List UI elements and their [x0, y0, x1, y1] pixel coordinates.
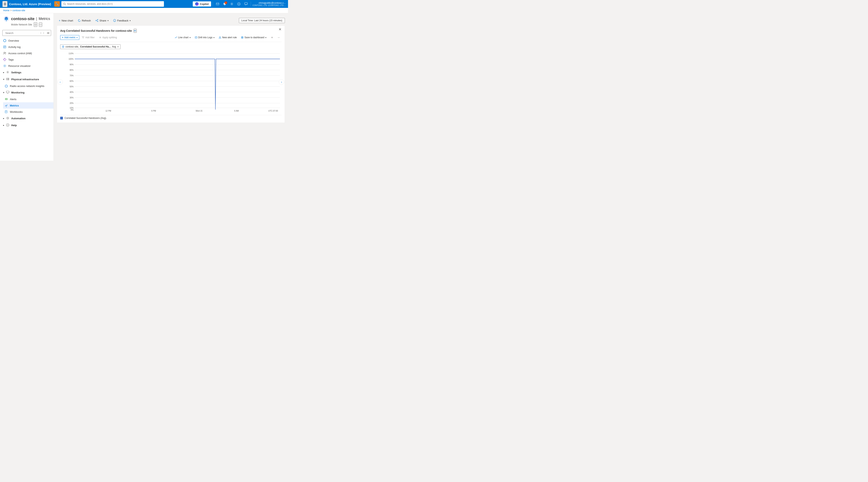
- breadcrumb-current[interactable]: contoso-site: [12, 9, 25, 12]
- chart-settings-button[interactable]: [269, 35, 275, 40]
- alerts-icon: [5, 98, 8, 101]
- sidebar-item-physical-infrastructure[interactable]: ▾ Physical infrastructure: [0, 76, 54, 83]
- chat-icon: [244, 2, 248, 5]
- remove-metric-button[interactable]: ×: [117, 45, 119, 48]
- line-chart-icon: [175, 36, 177, 39]
- global-search-input[interactable]: [67, 3, 162, 5]
- search-icon: [63, 3, 66, 5]
- feedback-label: Feedback: [117, 19, 128, 22]
- sidebar-label-help: Help: [11, 124, 17, 127]
- chart-type-button[interactable]: Line chart ▾: [173, 35, 192, 40]
- sidebar-item-workbooks[interactable]: Workbooks: [3, 108, 54, 115]
- share-button[interactable]: Share ▾: [94, 18, 111, 23]
- more-options-button[interactable]: ···: [39, 23, 42, 27]
- content-toolbar: + New chart Refresh Share ▾ Feedback ▾: [57, 17, 285, 26]
- svg-point-62: [63, 46, 64, 47]
- sidebar-label-overview: Overview: [8, 39, 19, 42]
- sidebar-item-automation[interactable]: ▸ Automation: [0, 115, 54, 122]
- chart-nav-left-button[interactable]: ‹: [57, 79, 63, 85]
- save-dashboard-label: Save to dashboard: [244, 36, 265, 39]
- feedback-button[interactable]: Feedback ▾: [111, 18, 132, 23]
- sidebar-collapse-button[interactable]: ≪: [46, 31, 51, 35]
- breadcrumb-home[interactable]: Home: [3, 9, 9, 12]
- question-icon: ?: [6, 123, 9, 127]
- svg-text:20%: 20%: [70, 102, 73, 104]
- sidebar-label-resource-visualizer: Resource visualizer: [8, 64, 31, 67]
- sidebar-item-overview[interactable]: Overview: [0, 37, 54, 44]
- svg-rect-6: [245, 3, 247, 4]
- search-prev-button[interactable]: ‹: [40, 31, 42, 35]
- automation-icon: [6, 117, 9, 120]
- save-icon: [241, 36, 243, 39]
- search-next-button[interactable]: ›: [42, 31, 45, 35]
- email-icon-button[interactable]: [214, 1, 221, 7]
- share-caret: ▾: [107, 20, 108, 22]
- sidebar-item-alerts[interactable]: Alerts: [3, 96, 54, 102]
- sidebar-label-radio-access: Radio access network insights: [10, 85, 44, 88]
- new-chart-button[interactable]: + New chart: [57, 18, 75, 23]
- book-icon: [5, 110, 8, 114]
- user-profile[interactable]: chrisqpublic@contoso.c... CONTOSO, LTD. …: [252, 2, 286, 6]
- sidebar-label-settings: Settings: [11, 71, 21, 74]
- favorite-button[interactable]: ☆: [34, 22, 37, 27]
- sidebar-item-help[interactable]: ▸ ? Help: [0, 122, 54, 129]
- email-icon: [216, 2, 219, 5]
- metric-tag-metric: Correlated Successful Ha...: [80, 45, 111, 48]
- copilot-label: Copilot: [200, 3, 209, 5]
- help-nav-icon: ?: [6, 123, 9, 127]
- sidebar-item-settings[interactable]: ▸ Settings: [0, 69, 54, 76]
- sidebar-item-activity-log[interactable]: Activity log: [0, 44, 54, 50]
- save-dashboard-button[interactable]: Save to dashboard ▾: [239, 35, 268, 40]
- svg-point-23: [3, 64, 6, 67]
- tag-icon: [3, 58, 6, 61]
- sidebar-item-iam[interactable]: Access control (IAM): [0, 50, 54, 56]
- sidebar-label-alerts: Alerts: [10, 98, 17, 101]
- chart-nav-right-button[interactable]: ›: [279, 79, 284, 85]
- settings-icon-button[interactable]: [229, 1, 235, 7]
- svg-text:?: ?: [7, 124, 8, 126]
- svg-point-24: [7, 72, 8, 73]
- new-alert-rule-button[interactable]: New alert rule: [217, 35, 239, 40]
- settings-nav-icon: [6, 71, 9, 74]
- svg-point-27: [8, 78, 9, 79]
- visualizer-icon: [3, 64, 6, 67]
- svg-line-46: [96, 21, 97, 21]
- iam-icon: [3, 52, 6, 55]
- alert-icon: [5, 98, 8, 101]
- sidebar-item-radio-access[interactable]: Radio access network insights: [3, 83, 54, 89]
- sidebar-search-input[interactable]: [5, 32, 38, 34]
- refresh-button[interactable]: Refresh: [76, 18, 93, 23]
- activity-log-icon: [3, 45, 6, 49]
- sidebar-item-tags[interactable]: Tags: [0, 56, 54, 63]
- top-bar-right-actions: Copilot 1 ? chrisqpublic@contoso.c... CO…: [193, 1, 286, 7]
- sidebar-item-resource-visualizer[interactable]: Resource visualizer: [0, 63, 54, 69]
- hamburger-menu-button[interactable]: ☰: [2, 1, 7, 7]
- apply-splitting-button[interactable]: Apply splitting: [97, 35, 119, 40]
- svg-rect-30: [6, 91, 9, 93]
- time-range-button[interactable]: Local Time: Last 24 hours (15 minutes): [239, 18, 285, 23]
- global-search-box[interactable]: [61, 1, 164, 7]
- add-filter-button[interactable]: Add filter: [80, 35, 96, 40]
- line-chart-svg: 110% 100% 90% 80% 70% 60% 50% 40% 30% 20…: [65, 52, 282, 113]
- drill-logs-button[interactable]: Drill into Logs ▾: [193, 35, 216, 40]
- sidebar-item-monitoring[interactable]: ▾ Monitoring: [0, 89, 54, 96]
- copilot-button[interactable]: Copilot: [193, 1, 211, 6]
- add-metric-button[interactable]: + Add metric ▾: [60, 35, 79, 40]
- close-panel-button[interactable]: ✕: [279, 27, 281, 32]
- sidebar-label-metrics: Metrics: [10, 104, 19, 107]
- svg-line-45: [96, 20, 97, 21]
- svg-marker-13: [4, 39, 6, 42]
- edit-title-button[interactable]: ✏: [133, 29, 137, 33]
- main-content: + New chart Refresh Share ▾ Feedback ▾: [54, 13, 288, 161]
- sidebar-item-metrics[interactable]: Metrics: [3, 102, 54, 108]
- svg-text:90%: 90%: [70, 63, 73, 66]
- svg-rect-34: [5, 99, 7, 100]
- chart-more-button[interactable]: ···: [276, 35, 281, 40]
- feedback-icon-button[interactable]: [243, 1, 249, 7]
- sidebar-search-box[interactable]: ‹ › ≪: [2, 30, 51, 36]
- radio-icon: [5, 84, 8, 88]
- notifications-icon-button[interactable]: 1: [221, 1, 228, 7]
- help-icon-button[interactable]: ?: [236, 1, 242, 7]
- people-icon: [3, 52, 6, 55]
- monitoring-children: Alerts Metrics Workbooks: [0, 96, 54, 115]
